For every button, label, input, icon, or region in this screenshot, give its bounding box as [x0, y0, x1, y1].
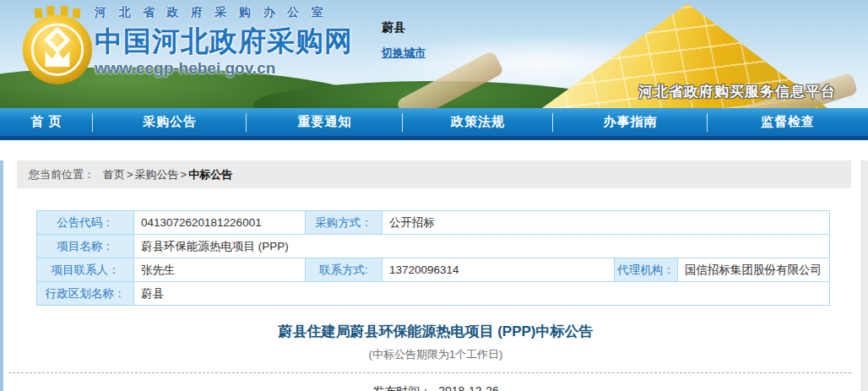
announcement-info-table: 公告代码： 0413072620181226001 采购方式： 公开招标 项目名…	[36, 210, 830, 306]
breadcrumb-current: 中标公告	[188, 168, 232, 181]
city-block: 蔚县 切换城市	[382, 20, 426, 61]
contact-phone-value: 13720096314	[382, 258, 615, 282]
nav-item-procurement-announcements[interactable]: 采购公告	[93, 108, 247, 136]
nav-item-home[interactable]: 首 页	[0, 108, 93, 136]
procurement-method-value: 公开招标	[382, 211, 830, 235]
agency-label: 代理机构：	[615, 258, 678, 282]
breadcrumb-prefix: 您当前位置：	[29, 168, 95, 181]
contact-person-value: 张先生	[134, 258, 306, 282]
breadcrumb: 您当前位置：首页>采购公告>中标公告	[17, 160, 851, 188]
breadcrumb-link-home[interactable]: 首页	[103, 168, 125, 181]
office-name: 河北省政府采购办公室	[95, 5, 353, 20]
nav-item-label: 重要通知	[298, 114, 352, 130]
dashed-divider	[8, 372, 851, 373]
district-value: 蔚县	[134, 282, 830, 306]
project-name-value: 蔚县环保能源热电项目 (PPP)	[134, 235, 830, 258]
announcement-subtitle: (中标公告期限为1个工作日)	[3, 347, 868, 362]
content-area: 您当前位置：首页>采购公告>中标公告 公告代码： 041307262018122…	[0, 160, 868, 391]
nav-item-supervision-inspection[interactable]: 监督检查	[708, 108, 868, 136]
table-row: 项目名称： 蔚县环保能源热电项目 (PPP)	[37, 235, 830, 258]
announcement-code-value: 0413072620181226001	[134, 211, 306, 235]
breadcrumb-separator: >	[127, 168, 133, 181]
site-title-block: 河北省政府采购办公室 中国河北政府采购网 www.ccgp-hebei.gov.…	[95, 5, 353, 78]
platform-name: 河北省政府购买服务信息平台	[638, 82, 836, 101]
contact-phone-label: 联系方式:	[306, 258, 382, 282]
table-row: 项目联系人： 张先生 联系方式: 13720096314 代理机构： 国信招标集…	[37, 258, 830, 282]
site-logo-icon	[19, 5, 96, 86]
contact-person-label: 项目联系人：	[37, 258, 134, 282]
site-name: 中国河北政府采购网	[95, 23, 353, 61]
announcement-code-label: 公告代码：	[37, 211, 134, 235]
navbar-inner: 首 页 采购公告 重要通知 政策法规 办事指南 监督检查	[0, 108, 868, 136]
project-name-label: 项目名称：	[37, 235, 134, 258]
publish-date-value: 2018-12-26	[438, 384, 499, 391]
nav-item-label: 监督检查	[761, 114, 815, 130]
announcement-title: 蔚县住建局蔚县环保能源热电项目 (PPP)中标公告	[3, 322, 868, 341]
district-label: 行政区划名称：	[37, 282, 134, 306]
site-url: www.ccgp-hebei.gov.cn	[95, 59, 353, 78]
nav-item-important-notices[interactable]: 重要通知	[247, 108, 403, 136]
table-row: 行政区划名称： 蔚县	[37, 282, 830, 306]
nav-item-service-guide[interactable]: 办事指南	[553, 108, 708, 136]
nav-item-label: 办事指南	[604, 114, 658, 130]
procurement-method-label: 采购方式：	[306, 211, 382, 235]
nav-item-label: 政策法规	[451, 114, 505, 130]
nav-item-label: 采购公告	[143, 114, 197, 130]
table-row: 公告代码： 0413072620181226001 采购方式： 公开招标	[37, 211, 830, 235]
breadcrumb-link-procurement[interactable]: 采购公告	[135, 168, 179, 181]
breadcrumb-separator: >	[181, 168, 187, 181]
site-header: 河北省政府采购办公室 中国河北政府采购网 www.ccgp-hebei.gov.…	[0, 0, 868, 108]
main-navbar: 首 页 采购公告 重要通知 政策法规 办事指南 监督检查	[0, 108, 868, 140]
publish-date-label: 发布时间：	[372, 384, 431, 391]
publish-row: 发布时间：2018-12-26	[3, 384, 868, 391]
nav-item-label: 首 页	[30, 114, 62, 130]
switch-city-link[interactable]: 切换城市	[382, 46, 426, 61]
current-city-label: 蔚县	[382, 20, 426, 35]
agency-value: 国信招标集团股份有限公司	[678, 258, 830, 282]
nav-item-policies-regulations[interactable]: 政策法规	[403, 108, 553, 136]
